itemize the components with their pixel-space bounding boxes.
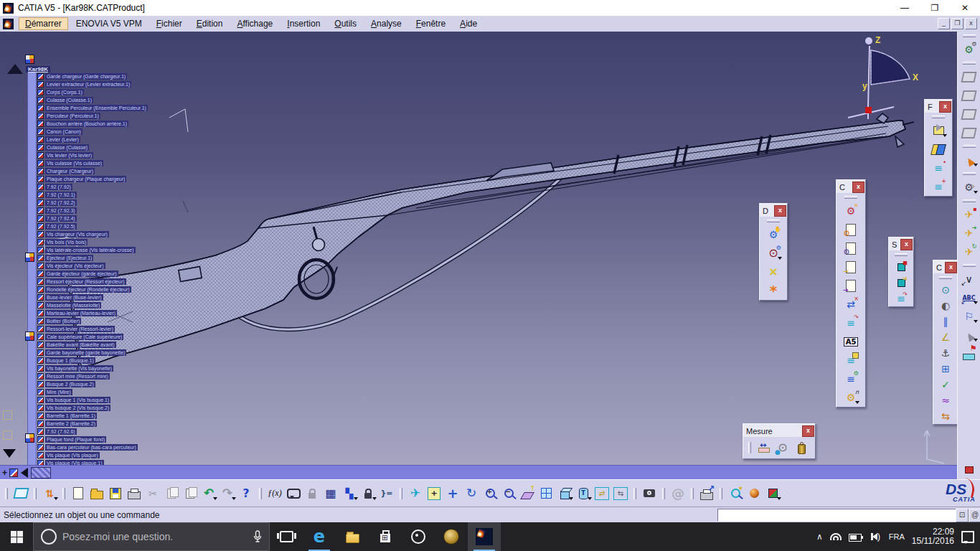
menu-item[interactable]: Aide (453, 17, 484, 30)
open-icon[interactable] (88, 484, 106, 503)
selection-sets-icon[interactable]: ⚙ (960, 178, 979, 197)
fit-all-in-icon[interactable]: + (425, 484, 443, 503)
pan-icon[interactable]: + (443, 484, 462, 503)
new-document-icon[interactable] (69, 484, 88, 503)
existing-component-positioned-icon[interactable]: → (842, 276, 860, 295)
toolbar-grip[interactable] (5, 488, 8, 499)
toolbar-grip[interactable] (748, 442, 751, 453)
new-component-icon[interactable]: ⚙✳ (842, 202, 860, 220)
library-icon-3[interactable] (960, 105, 979, 123)
paste-icon[interactable] (181, 484, 199, 503)
taskbar-circle-dot-app[interactable] (402, 522, 435, 551)
tree-item[interactable]: Vis bois (Vis bois) (37, 238, 253, 246)
close-button[interactable]: ✕ (950, 0, 980, 16)
assemble-icon[interactable]: ⊞ (938, 361, 953, 377)
tree-branch-bar[interactable] (27, 72, 37, 465)
color-cube-icon[interactable] (763, 484, 782, 503)
constraints-toolbar[interactable]: C x ⊙ ◐ ∥ ∠ ⚓ ⊞ ✓ ≈ ⇆ (933, 260, 957, 425)
sphere-material-icon[interactable] (745, 484, 763, 503)
knowledge-assistant-button[interactable]: @ (969, 509, 980, 522)
viewport-bottom-strip[interactable]: + (0, 465, 957, 480)
toolbar-grip[interactable] (720, 488, 722, 499)
quick-constraint-icon[interactable]: ✓ (938, 377, 953, 392)
assembly-node-icon[interactable] (25, 433, 34, 443)
clock[interactable]: 22:09 15/11/2016 (912, 527, 954, 546)
tree-item[interactable]: 7.92 (7.92.2) (37, 199, 253, 207)
library-icon-1[interactable] (960, 67, 979, 86)
tree-item[interactable]: 7.92 (7.92) (37, 183, 253, 191)
rotate-icon[interactable]: ↻ (462, 484, 481, 503)
tree-expand-first-icon[interactable]: ≡• (929, 159, 948, 177)
toolbar-grip[interactable] (932, 116, 945, 118)
tree-item[interactable]: Buse-levier (Buse-levier) (37, 293, 253, 301)
update-icon[interactable]: ⚙⚙ (960, 40, 979, 59)
generate-numbering-icon[interactable]: A5 (842, 332, 860, 351)
snap-icon[interactable]: ◼ (893, 259, 909, 275)
toolbar-grip[interactable] (662, 488, 665, 499)
menu-item[interactable]: Affichage (230, 17, 279, 30)
new-part-icon[interactable]: ⚙ (842, 220, 860, 239)
tree-item[interactable]: Percuteur (Percuteur.1) (37, 112, 253, 120)
close-toolbar-icon[interactable]: x (802, 425, 814, 437)
dmu-simulation-icon[interactable]: ⊙⚙ (764, 244, 783, 263)
tree-item[interactable]: 7.92 (7.92.6) (37, 428, 253, 435)
tree-item[interactable]: Canon (Canon) (37, 128, 253, 136)
tree-item[interactable]: Vis culasse (Vis culasse) (37, 159, 253, 167)
toolbar-grip[interactable] (963, 62, 976, 65)
microphone-icon[interactable] (253, 530, 262, 543)
tree-item[interactable]: Marteau-levier (Marteau-levier) (37, 309, 253, 317)
start-button[interactable] (0, 522, 33, 551)
taskbar-file-explorer[interactable] (336, 522, 369, 551)
toolbar-grip[interactable] (963, 172, 976, 175)
toolbar-grip[interactable] (895, 253, 908, 256)
menu-item[interactable]: Fenêtre (410, 17, 452, 30)
scroll-thumb[interactable] (31, 467, 51, 479)
flag-note-icon[interactable]: ⚐ (960, 307, 979, 326)
mdi-minimize-button[interactable]: _ (938, 18, 950, 29)
replace-component-icon[interactable]: ⇄× (842, 295, 860, 314)
tree-item[interactable]: Ressort mire (Ressort mire) (37, 372, 253, 380)
hide-show-icon[interactable]: ⇄ (593, 484, 611, 503)
angle-constraint-icon[interactable]: ∠ (938, 329, 953, 345)
toolbar-grip[interactable] (963, 34, 976, 37)
tree-item[interactable]: Ressort-levier (Ressort-levier) (37, 325, 253, 333)
restore-button[interactable]: ❐ (920, 0, 950, 16)
tree-item[interactable]: Garde éjecteur (garde éjecteur) (37, 270, 253, 278)
dmu-toolbar[interactable]: D x ⚙✋ ⊙⚙ × * (759, 203, 788, 301)
fly-c-icon[interactable]: ✈↻ (960, 242, 979, 261)
taskbar-store[interactable] (369, 522, 402, 551)
lock-icon[interactable] (359, 484, 377, 503)
tree-item[interactable]: Rondelle éjecteur (Rondelle éjecteur) (37, 286, 253, 293)
minimize-button[interactable]: — (890, 0, 920, 16)
send-to-icon[interactable]: ↗ (697, 484, 716, 503)
comment-icon[interactable] (284, 484, 303, 503)
offset-constraint-icon[interactable]: ∥ (938, 314, 953, 329)
app-menu-icon[interactable] (3, 19, 14, 29)
taskbar-edge[interactable]: e (303, 522, 336, 551)
tree-item[interactable]: Corps (Corps.1) (37, 88, 253, 96)
hyperlink-pointer-icon[interactable] (960, 326, 979, 344)
tree-item[interactable]: Vis levier (Vis levier) (37, 151, 253, 159)
measure-between-icon[interactable] (755, 438, 773, 457)
toolbar-grip[interactable] (691, 488, 694, 499)
design-table-icon[interactable]: ▦ (321, 484, 340, 503)
scroll-left-icon[interactable] (21, 468, 28, 478)
toolbar-grip[interactable] (633, 488, 636, 499)
clash-icon[interactable]: * (764, 281, 783, 300)
catalog-browser-icon[interactable] (11, 484, 30, 503)
tree-item[interactable]: Vis éjecteur (Vis éjecteur) (37, 262, 253, 270)
whats-this-help-icon[interactable]: ? (237, 484, 255, 503)
menu-item[interactable]: ENOVIA V5 VPM (70, 17, 149, 30)
swap-visible-space-icon[interactable]: ⇆ (611, 484, 630, 503)
3d-viewport[interactable]: Z X y Kar98K Garde chargeur (Garde charg… (0, 32, 957, 465)
select-icon[interactable] (960, 151, 979, 169)
library-icon-4[interactable] (960, 123, 979, 142)
knowledge-diagram-icon[interactable]: ▚ (340, 484, 359, 503)
tree-item[interactable]: 7.92 (7.92.5) (37, 222, 253, 230)
tree-item[interactable]: Levier extracteur (Levier extracteur.1) (37, 80, 253, 88)
action-center-icon[interactable] (961, 531, 974, 543)
tree-expand-all-icon[interactable]: ≡+ (929, 177, 948, 196)
battery-icon[interactable] (849, 534, 862, 542)
tree-item[interactable]: Bas-cara percuteur (bas-cara percuteur) (37, 443, 253, 451)
menu-item[interactable]: Démarrer (19, 17, 68, 30)
